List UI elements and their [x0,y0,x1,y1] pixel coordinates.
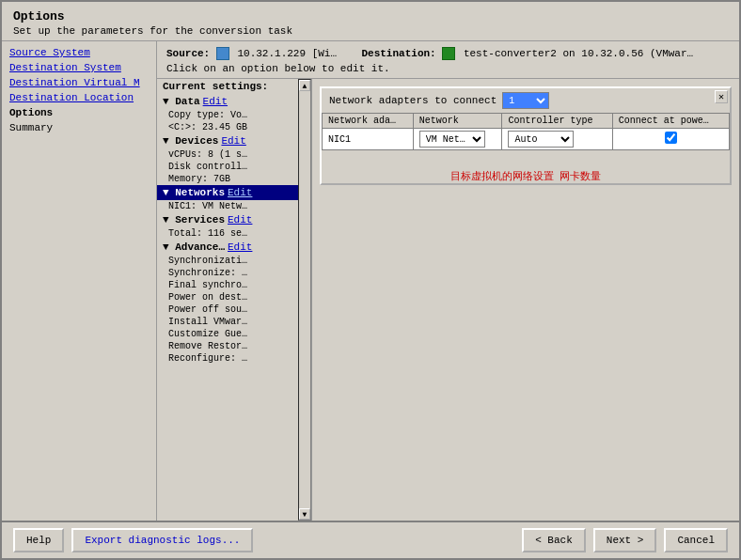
help-button[interactable]: Help [13,528,64,552]
page-subtitle: Set up the parameters for the conversion… [13,25,728,37]
footer: Help Export diagnostic logs... < Back Ne… [2,521,739,558]
page-title: Options [13,9,728,23]
table-row: NIC1 VM Net… Auto [323,129,730,150]
data-item-disk: <C:>: 23.45 GB [157,121,298,133]
col-header-connect: Connect at powe… [612,114,729,129]
adapter-count-select[interactable]: 1 2 3 4 [502,92,549,109]
sidebar-item-options[interactable]: Options [2,105,156,120]
main-content: Source System Destination System Destina… [2,41,739,521]
settings-panel-container: Current settings: ▼ Data Edit Copy type:… [157,79,312,521]
advanced-power-on: Power on dest… [157,291,298,303]
networks-edit-link[interactable]: Edit [228,187,252,198]
dialog-header: Network adapters to connect 1 2 3 4 [322,88,730,113]
network-adapters-label: Network adapters to connect [329,95,497,106]
sidebar-item-summary[interactable]: Summary [2,120,156,135]
source-label: Source: [166,48,210,59]
services-section-label: ▼ Services [163,214,225,226]
settings-panel: Current settings: ▼ Data Edit Copy type:… [157,79,298,521]
dest-value: test-converter2 on 10.32.0.56 (VMwar… [464,48,693,59]
advanced-reconfig: Reconfigure: … [157,352,298,365]
dest-icon [442,47,455,60]
advanced-install: Install VMwar… [157,316,298,328]
settings-section-networks: ▼ Networks Edit [157,185,298,200]
nic-network: VM Net… [413,129,502,150]
settings-section-data: ▼ Data Edit [157,94,298,109]
devices-memory: Memory: 7GB [157,173,298,185]
hint-text: Click on an option below to edit it. [166,63,730,74]
network-config-area: ✕ Network adapters to connect 1 2 3 4 [312,79,739,521]
advanced-edit-link[interactable]: Edit [228,241,252,253]
nic-controller: Auto [502,129,612,150]
devices-disk: Disk controll… [157,161,298,173]
controller-select[interactable]: Auto [508,131,574,148]
settings-section-services: ▼ Services Edit [157,212,298,227]
col-header-network: Network [413,114,502,129]
source-dest-line: Source: 10.32.1.229 [Wi… Destination: te… [166,47,730,60]
network-select[interactable]: VM Net… [419,131,485,148]
chinese-note: 目标虚拟机的网络设置 网卡数量 [322,169,730,183]
right-panel: Source: 10.32.1.229 [Wi… Destination: te… [157,41,739,521]
cancel-button[interactable]: Cancel [664,528,728,552]
networks-section-label: ▼ Networks [163,187,225,198]
next-button[interactable]: Next > [593,528,657,552]
advanced-power-off: Power off sou… [157,303,298,316]
connect-at-power-cell [612,129,729,150]
data-section-label: ▼ Data [163,96,200,107]
sidebar-item-destination-virtual[interactable]: Destination Virtual M [2,75,156,90]
dialog-close-button[interactable]: ✕ [715,90,728,103]
export-logs-button[interactable]: Export diagnostic logs... [71,528,253,552]
panel-body: Current settings: ▼ Data Edit Copy type:… [157,79,739,521]
info-bar: Source: 10.32.1.229 [Wi… Destination: te… [157,41,739,79]
col-header-controller: Controller type [502,114,612,129]
source-value: 10.32.1.229 [Wi… [237,48,337,59]
footer-right: < Back Next > Cancel [522,528,728,552]
adapter-count-selector: 1 2 3 4 [502,92,549,109]
settings-scrollbar[interactable]: ▲ ▼ [298,79,311,521]
data-edit-link[interactable]: Edit [203,96,228,107]
advanced-sync1: Synchronizati… [157,255,298,267]
network-table: Network ada… Network Controller type Con… [322,113,730,150]
advanced-sync2: Synchronize: … [157,267,298,279]
sidebar-item-source-system[interactable]: Source System [2,45,156,60]
sidebar: Source System Destination System Destina… [2,41,157,521]
sidebar-item-destination-system[interactable]: Destination System [2,60,156,75]
services-edit-link[interactable]: Edit [228,214,252,226]
dest-label: Destination: [361,48,435,59]
devices-section-label: ▼ Devices [163,135,218,147]
footer-left: Help Export diagnostic logs... [13,528,514,552]
connect-at-power-checkbox[interactable] [665,132,677,144]
advanced-sync3: Final synchro… [157,279,298,291]
settings-section-devices: ▼ Devices Edit [157,133,298,148]
devices-vcpus: vCPUs: 8 (1 s… [157,148,298,161]
devices-edit-link[interactable]: Edit [221,135,245,147]
source-icon [216,47,229,60]
network-dialog: ✕ Network adapters to connect 1 2 3 4 [320,86,732,185]
title-bar: Options Set up the parameters for the co… [2,2,739,41]
scroll-down-button[interactable]: ▼ [299,508,310,520]
nic-name: NIC1 [323,129,414,150]
sidebar-item-destination-location[interactable]: Destination Location [2,90,156,105]
advanced-section-label: ▼ Advance… [163,241,225,253]
advanced-customize: Customize Gue… [157,328,298,340]
advanced-remove: Remove Restor… [157,340,298,352]
settings-section-advanced: ▼ Advance… Edit [157,240,298,255]
scroll-up-button[interactable]: ▲ [299,80,310,91]
networks-nic1: NIC1: VM Netw… [157,200,298,212]
data-item-copy: Copy type: Vo… [157,109,298,121]
col-header-adapter: Network ada… [323,114,414,129]
main-window: Options Set up the parameters for the co… [0,0,741,560]
settings-header: Current settings: [157,79,298,94]
services-total: Total: 116 se… [157,227,298,240]
back-button[interactable]: < Back [522,528,586,552]
